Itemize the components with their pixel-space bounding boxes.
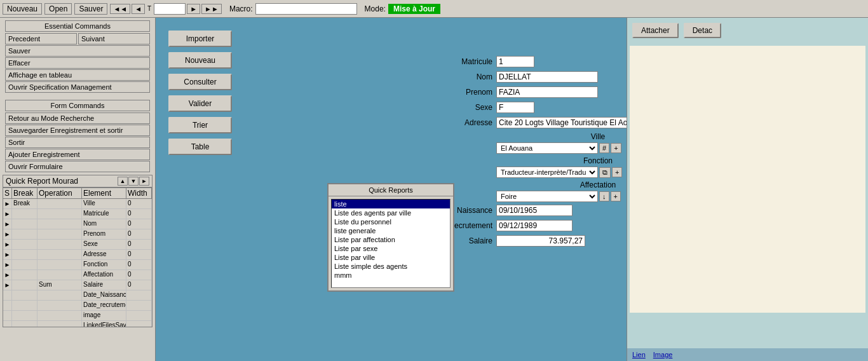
fonction-plus-btn[interactable]: + [612, 167, 622, 177]
qr-cell-s [3, 301, 12, 310]
ouvrir-spec-btn[interactable]: Ouvrir Specification Management [5, 81, 150, 93]
fonction-select[interactable]: Traducteur-interprète/Traducteurs-int [496, 167, 598, 178]
nav-last-btn[interactable]: ►► [201, 4, 222, 14]
trier-btn[interactable]: Trier [168, 117, 232, 133]
macro-input[interactable] [255, 3, 357, 15]
adresse-input[interactable] [496, 117, 627, 128]
qr-up-btn[interactable]: ▲ [118, 177, 128, 186]
affectation-select[interactable]: Foire [496, 191, 598, 202]
qr-cell-break [12, 209, 37, 219]
detacher-btn[interactable]: Detac [684, 23, 721, 38]
nouveau-btn[interactable]: Nouveau [3, 3, 42, 15]
precedent-btn[interactable]: Precedent [5, 33, 77, 44]
prenom-input[interactable] [496, 86, 598, 98]
table-btn[interactable]: Table [168, 139, 232, 155]
popup-list-item[interactable]: Liste simple des agents [332, 262, 450, 271]
nav-first-btn[interactable]: ◄◄ [110, 4, 130, 14]
valider-btn[interactable]: Valider [168, 95, 232, 112]
image-link[interactable]: Image [653, 351, 673, 358]
qr-table-row[interactable]: ► Nom 0 [3, 219, 152, 229]
popup-list-item[interactable]: Liste par affectation [332, 235, 450, 244]
sortir-btn[interactable]: Sortir [5, 137, 150, 148]
popup-list-item[interactable]: liste generale [332, 226, 450, 235]
qr-table-row[interactable]: ► Affectation 0 [3, 270, 152, 280]
center-panel: Importer Nouveau Consulter Valider Trier… [156, 18, 627, 361]
fonction-copy-btn[interactable]: ⧉ [599, 167, 611, 178]
popup-list-item[interactable]: Liste des agents par ville [332, 208, 450, 217]
sauver-btn[interactable]: Sauver [74, 3, 107, 15]
qr-expand-btn[interactable]: ► [139, 177, 149, 186]
sauver-cmd-btn[interactable]: Sauver [5, 45, 150, 57]
quick-reports-popup: Quick Reports listeListe des agents par … [327, 183, 454, 292]
col-operation: Operation [37, 188, 82, 198]
qr-table-row[interactable]: ► Sexe 0 [3, 240, 152, 250]
affectation-plus-btn[interactable]: + [611, 191, 621, 201]
nouveau-form-btn[interactable]: Nouveau [168, 52, 232, 69]
qr-table-row[interactable]: ► Break Ville 0 [3, 199, 152, 209]
affectation-group: Affectation Foire ↓ + [429, 180, 627, 202]
qr-table-row[interactable]: Date_recrutement [3, 301, 152, 311]
salaire-input[interactable] [496, 235, 585, 247]
attacher-btn[interactable]: Attacher [632, 23, 679, 38]
ville-select[interactable]: El Aouana [496, 142, 598, 154]
qr-cell-s: ► [3, 240, 12, 249]
qr-table-row[interactable]: ► Adresse 0 [3, 250, 152, 260]
importer-btn[interactable]: Importer [168, 31, 232, 47]
ville-hash-btn[interactable]: # [599, 143, 609, 153]
qr-cell-width [126, 321, 152, 327]
prev-next-row: Precedent Suivant [5, 33, 150, 44]
effacer-btn[interactable]: Effacer [5, 57, 150, 69]
qr-table-row[interactable]: Date_Naissance [3, 290, 152, 301]
qr-table-row[interactable]: ► Fonction 0 [3, 260, 152, 270]
ajouter-btn[interactable]: Ajouter Enregistrement [5, 149, 150, 160]
qr-cell-element: image [82, 311, 126, 320]
date-recrutement-input[interactable] [496, 220, 573, 231]
qr-cell-operation [37, 311, 82, 320]
qr-table-row[interactable]: ► Prenom 0 [3, 229, 152, 240]
qr-cell-break [12, 240, 37, 249]
popup-list-item[interactable]: liste [332, 200, 450, 208]
qr-cell-element: Ville [82, 199, 126, 208]
qr-down-btn[interactable]: ▼ [128, 177, 139, 186]
affectation-down-btn[interactable]: ↓ [599, 191, 609, 201]
quick-report-header: Quick Report Mourad ▲ ▼ ► [3, 175, 153, 187]
ville-plus-btn[interactable]: + [611, 143, 621, 153]
matricule-input[interactable] [496, 56, 534, 67]
popup-list-item[interactable]: Liste par sexe [332, 244, 450, 253]
sauvegarder-btn[interactable]: Sauvegarder Enregistrement et sortir [5, 125, 150, 136]
popup-list-item[interactable]: mmm [332, 271, 450, 280]
qr-cell-s [3, 321, 12, 327]
nav-next-btn[interactable]: ► [187, 4, 200, 14]
essential-commands-header: Essential Commands [5, 20, 150, 32]
right-top-bar: Attacher Detac [627, 18, 868, 43]
qr-cell-element: Date_Naissance [82, 290, 126, 300]
qr-table-row[interactable]: image [3, 311, 152, 321]
qr-table-row[interactable]: LinkedFilesSaved [3, 321, 152, 327]
consulter-btn[interactable]: Consulter [168, 74, 232, 90]
ouvrir-formulaire-btn[interactable]: Ouvrir Formulaire [5, 161, 150, 172]
salaire-row: Salaire [429, 235, 627, 247]
qr-cell-operation [37, 250, 82, 259]
lien-link[interactable]: Lien [632, 351, 646, 358]
nom-row: Nom [429, 71, 627, 83]
qr-cell-width: 0 [126, 199, 152, 208]
sexe-input[interactable] [496, 102, 534, 113]
popup-list-item[interactable]: Liste par ville [332, 253, 450, 262]
qr-cell-width [126, 311, 152, 320]
suivant-btn[interactable]: Suivant [78, 33, 150, 44]
qr-table-row[interactable]: ► Sum Salaire 0 [3, 280, 152, 290]
qr-cell-s [3, 290, 12, 300]
right-content-area [630, 46, 865, 313]
retour-btn[interactable]: Retour au Mode Recherche [5, 112, 150, 124]
open-btn[interactable]: Open [44, 3, 72, 15]
nom-input[interactable] [496, 71, 598, 83]
affichage-btn[interactable]: Affichage en tableau [5, 69, 150, 81]
qr-cell-operation: Sum [37, 280, 82, 290]
nav-prev-btn[interactable]: ◄ [132, 4, 145, 14]
popup-list-item[interactable]: Liste du personnel [332, 217, 450, 226]
date-naissance-input[interactable] [496, 205, 573, 216]
qr-table-row[interactable]: ► Matricule 0 [3, 209, 152, 219]
record-number-input[interactable]: 556 [154, 3, 186, 15]
popup-list[interactable]: listeListe des agents par villeListe du … [331, 199, 451, 288]
qr-cell-operation [37, 290, 82, 300]
